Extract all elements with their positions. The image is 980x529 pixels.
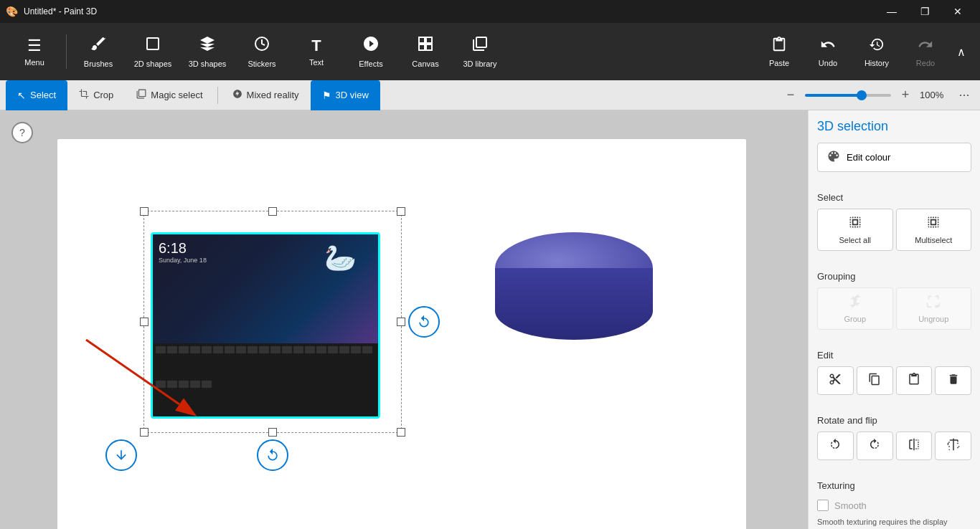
toolbar-redo-button[interactable]: Redo	[903, 29, 948, 75]
titlebar-left: 🎨 Untitled* - Paint 3D	[6, 6, 97, 17]
rotate-handle-bottom[interactable]	[257, 439, 288, 471]
zoom-out-button[interactable]: −	[782, 87, 799, 104]
handle-right-middle[interactable]	[397, 318, 405, 326]
multiselect-label: Multiselect	[915, 236, 952, 244]
rotate-left-button[interactable]	[817, 432, 854, 460]
effects-icon	[362, 35, 380, 57]
more-options-button[interactable]: ···	[954, 85, 974, 105]
keyboard-key	[328, 346, 338, 353]
select-all-button[interactable]: Select all	[817, 209, 893, 251]
keyboard-key	[236, 346, 246, 353]
canvas-icon	[417, 35, 434, 57]
effects-label: Effects	[359, 59, 382, 68]
paste-object-button[interactable]	[896, 366, 933, 395]
tab-3d-view[interactable]: ⚑ 3D view	[311, 80, 380, 110]
edit-section-label: Edit	[817, 350, 971, 361]
toolbar-item-text[interactable]: T Text	[291, 29, 342, 75]
toolbar-undo-button[interactable]: Undo	[805, 29, 851, 75]
toolbar-paste-button[interactable]: Paste	[756, 29, 802, 75]
tab-select-label: Select	[30, 90, 56, 100]
undo-label: Undo	[819, 59, 837, 67]
smooth-checkbox[interactable]	[817, 500, 829, 511]
toolbar-item-effects[interactable]: Effects	[345, 29, 397, 75]
help-button[interactable]: ?	[11, 122, 33, 143]
toolbar-actions: Paste Undo History Redo ∧	[756, 29, 971, 75]
toolbar-item-2d-shapes[interactable]: 2D shapes	[127, 29, 179, 75]
text-icon: T	[311, 37, 321, 55]
collapse-button[interactable]: ∧	[951, 29, 971, 75]
tab-select[interactable]: ↖ Select	[6, 80, 67, 110]
handle-left-middle[interactable]	[140, 318, 149, 326]
handle-top-middle[interactable]	[268, 207, 277, 216]
edit-colour-button[interactable]: Edit colour	[817, 143, 971, 172]
group-label: Group	[844, 315, 866, 323]
ungroup-button: Ungroup	[896, 287, 972, 330]
ungroup-label: Ungroup	[918, 315, 948, 323]
zoom-slider-thumb[interactable]	[857, 90, 867, 100]
rotate-button-grid	[817, 432, 971, 460]
3d-library-icon	[471, 35, 489, 57]
laptop-screen: 6:18 Sunday, June 18 🦢	[153, 234, 378, 343]
texture-note: Smooth texturing requires the display qu…	[817, 517, 971, 529]
delete-icon	[947, 373, 960, 389]
multiselect-button[interactable]: Multiselect	[896, 209, 972, 251]
tab-magic-select-label: Magic select	[151, 90, 202, 100]
laptop-date: Sunday, June 18	[159, 257, 207, 264]
rotate-left-icon	[829, 438, 842, 454]
toolbar-item-stickers[interactable]: Stickers	[236, 29, 288, 75]
handle-bottom-right[interactable]	[397, 428, 405, 437]
keyboard-key	[305, 346, 315, 353]
handle-bottom-middle[interactable]	[268, 428, 277, 437]
text-label: Text	[309, 58, 324, 67]
tab-magic-select[interactable]: Magic select	[125, 80, 214, 110]
delete-button[interactable]	[935, 366, 971, 395]
keyboard-key	[248, 346, 258, 353]
keyboard-key	[293, 346, 303, 353]
toolbar-item-3d-shapes[interactable]: 3D shapes	[182, 29, 233, 75]
copy-button[interactable]	[857, 366, 893, 395]
rotate-handle-right[interactable]	[408, 306, 440, 338]
laptop-object[interactable]: 6:18 Sunday, June 18 🦢	[151, 232, 380, 419]
copy-icon	[868, 373, 881, 389]
toolbar-item-menu[interactable]: ☰ Menu	[9, 29, 60, 75]
brushes-label: Brushes	[84, 59, 113, 68]
edit-button-grid	[817, 366, 971, 395]
zoom-in-button[interactable]: +	[897, 87, 914, 104]
toolbar-item-canvas[interactable]: Canvas	[400, 29, 451, 75]
svg-rect-4	[426, 44, 432, 50]
flip-vertical-button[interactable]	[935, 432, 971, 460]
tab-crop[interactable]: Crop	[67, 80, 125, 110]
tab-mixed-reality[interactable]: Mixed reality	[221, 80, 311, 110]
select-button-grid: Select all Multiselect	[817, 209, 971, 251]
toolbar-item-3d-library[interactable]: 3D library	[454, 29, 506, 75]
handle-bottom-left[interactable]	[140, 428, 149, 437]
minimize-button[interactable]: —	[875, 0, 908, 23]
toolbar-item-brushes[interactable]: Brushes	[72, 29, 124, 75]
group-button: Group	[817, 287, 893, 330]
history-icon	[869, 37, 885, 56]
close-button[interactable]: ✕	[941, 0, 974, 23]
zoom-slider[interactable]	[805, 94, 891, 97]
handle-top-left[interactable]	[140, 207, 149, 216]
3d-shapes-label: 3D shapes	[189, 59, 227, 68]
flatten-handle[interactable]	[105, 439, 137, 471]
main-area: ? 6:18 Sunday, June 18 🦢	[0, 110, 980, 529]
svg-rect-3	[419, 44, 425, 50]
keyboard-key	[351, 346, 361, 353]
toolbar-history-button[interactable]: History	[854, 29, 900, 75]
rotate-right-button[interactable]	[857, 432, 893, 460]
keyboard-key	[213, 346, 223, 353]
menu-icon: ☰	[27, 37, 42, 55]
keyboard-key	[259, 346, 269, 353]
keyboard-key	[202, 346, 212, 353]
select-all-label: Select all	[839, 236, 871, 244]
flip-horizontal-button[interactable]	[896, 432, 933, 460]
tab-3d-view-label: 3D view	[336, 90, 369, 100]
maximize-button[interactable]: ❐	[908, 0, 941, 23]
multiselect-icon	[926, 215, 941, 233]
laptop-keyboard	[153, 343, 378, 416]
cut-button[interactable]	[817, 366, 854, 395]
canvas-area[interactable]: ? 6:18 Sunday, June 18 🦢	[0, 110, 808, 529]
handle-top-right[interactable]	[397, 207, 405, 216]
titlebar-controls: — ❐ ✕	[875, 0, 974, 23]
